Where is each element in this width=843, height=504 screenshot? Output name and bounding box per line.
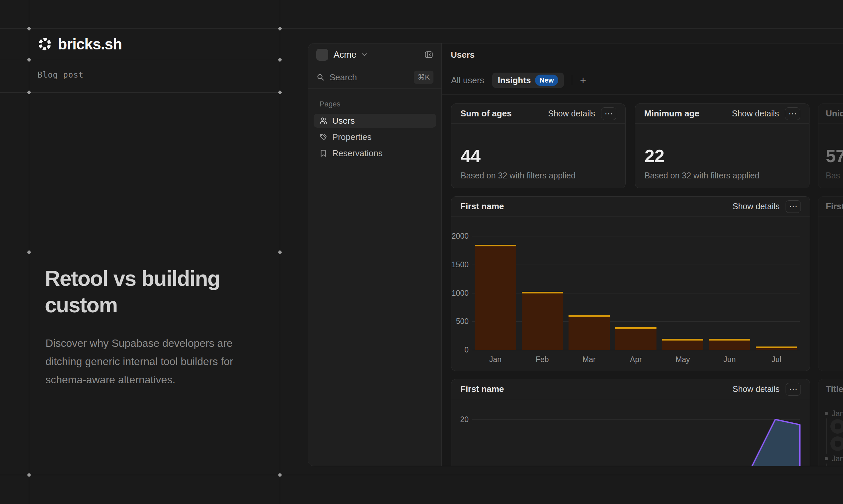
grid-hline-logo: [0, 60, 280, 60]
sidebar-item-label: Reservations: [332, 148, 383, 159]
grid-marker: [27, 26, 31, 31]
workspace-avatar: [316, 49, 328, 61]
app-window: Acme Search ⌘K Page: [308, 43, 843, 466]
bar: [522, 292, 563, 350]
tab-separator: [572, 75, 572, 85]
y-tick-label: 20: [451, 415, 469, 424]
grid-marker: [278, 90, 282, 94]
post-title: Retool vs building custom: [45, 265, 277, 318]
stat-card-minimum-age: Minimum age Show details ⋯ 22 Based on 3…: [635, 104, 809, 188]
tab-insights[interactable]: Insights New: [492, 73, 564, 88]
timeline-line: [826, 418, 827, 454]
timeline-dot: [825, 457, 828, 460]
grid-hline-top: [0, 29, 843, 29]
sidebar-nav: Pages Users: [314, 96, 436, 162]
workspace-name: Acme: [333, 50, 357, 60]
card-title: Sum of ages: [460, 108, 512, 119]
stat-value: 22: [644, 146, 665, 166]
card-title: First name: [460, 201, 504, 212]
sidebar-item-users[interactable]: Users: [314, 114, 436, 128]
bar: [709, 339, 750, 350]
show-details-link[interactable]: Show details: [548, 109, 595, 119]
grid-marker: [27, 473, 31, 477]
search-button[interactable]: Search ⌘K: [308, 66, 442, 89]
grid-marker: [27, 250, 31, 254]
brand-logo[interactable]: bricks.sh: [37, 35, 122, 53]
chevron-down-icon: [362, 53, 367, 57]
card-title: First name: [460, 384, 504, 394]
sidebar-item-label: Users: [332, 116, 355, 126]
show-details-link[interactable]: Show details: [733, 384, 780, 394]
grid-hline-bottom: [0, 475, 843, 475]
x-tick-label: Mar: [572, 355, 606, 364]
x-tick-label: Jun: [713, 355, 746, 364]
brand-logo-icon: [37, 36, 52, 52]
x-tick-label: Jan: [479, 355, 512, 364]
stat-caption: Based on 32 with filters applied: [461, 171, 575, 180]
y-tick-label: 2000: [451, 232, 469, 241]
grid-line: [472, 236, 800, 236]
grid-hline-eyebrow: [0, 92, 280, 92]
add-tab-button[interactable]: +: [580, 75, 586, 85]
bar-chart-plot: 0500100015002000JanFebMarAprMayJunJul: [451, 197, 810, 371]
search-icon: [316, 73, 325, 82]
sidebar-collapse-icon[interactable]: [424, 50, 433, 59]
card-menu-button[interactable]: ⋯: [786, 383, 801, 396]
post-description: Discover why Supabase developers are dit…: [46, 334, 278, 389]
bar: [615, 327, 656, 350]
grid-line: [472, 321, 800, 322]
grid-marker: [278, 26, 282, 31]
stat-caption: Based on 32 with filters applied: [644, 171, 759, 180]
bar: [756, 346, 797, 350]
timeline-dot: [825, 412, 828, 415]
card-menu-button[interactable]: ⋯: [601, 107, 616, 120]
bar: [475, 245, 516, 350]
timeline-avatar-icon: [830, 436, 843, 451]
grid-line: [472, 350, 800, 350]
search-label: Search: [330, 72, 357, 83]
grid-marker: [27, 90, 31, 94]
x-tick-label: May: [666, 355, 699, 364]
nav-section-label: Pages: [320, 100, 436, 108]
grid-marker: [278, 58, 282, 62]
tab-bar: All users Insights New +: [442, 66, 843, 94]
app-main: Users All users Insights New + Sum of ag…: [442, 43, 843, 466]
stat-value: 57: [826, 146, 843, 166]
users-icon: [319, 116, 328, 125]
sidebar-item-reservations[interactable]: Reservations: [314, 146, 436, 160]
y-tick-label: 1000: [451, 289, 469, 298]
timeline-line: [826, 464, 827, 466]
card-menu-button[interactable]: ⋯: [785, 107, 800, 120]
partial-stat-card: Uniq 57 Bas: [818, 104, 843, 188]
area-chart-card: First name Show details ⋯ 20: [451, 379, 810, 466]
workspace-switcher[interactable]: Acme: [308, 43, 442, 66]
stat-caption: Bas: [826, 171, 840, 180]
y-tick-label: 0: [451, 345, 469, 355]
post-title-line1: Retool vs building: [45, 267, 220, 290]
page: bricks.sh Blog post Retool vs building c…: [0, 0, 843, 504]
show-details-link[interactable]: Show details: [732, 109, 779, 119]
tags-icon: [319, 133, 328, 141]
stat-value: 44: [461, 146, 481, 166]
show-details-link[interactable]: Show details: [733, 202, 780, 211]
page-title: Users: [442, 43, 843, 66]
timeline-label: Jan: [832, 454, 843, 463]
timeline-avatar-icon: [830, 419, 843, 434]
tab-all-users[interactable]: All users: [451, 75, 484, 86]
x-tick-label: Feb: [526, 355, 559, 364]
grid-marker: [278, 250, 282, 254]
post-title-line2: custom: [45, 293, 118, 317]
post-eyebrow: Blog post: [37, 70, 84, 79]
card-menu-button[interactable]: ⋯: [786, 200, 801, 213]
sidebar-item-properties[interactable]: Properties: [314, 130, 436, 144]
timeline-label: Jan: [832, 409, 843, 418]
grid-line: [472, 293, 800, 293]
partial-cards-column: Uniq 57 Bas First Title Jan: [818, 43, 843, 466]
grid-marker: [278, 473, 282, 477]
bookmark-icon: [319, 149, 328, 158]
partial-timeline-card: Title Jan Jan: [818, 379, 843, 466]
sidebar-item-label: Properties: [332, 132, 372, 142]
search-shortcut: ⌘K: [414, 71, 433, 84]
card-title: Minimum age: [644, 108, 699, 119]
bar-chart-card: First name Show details ⋯ 05001000150020…: [451, 196, 810, 371]
